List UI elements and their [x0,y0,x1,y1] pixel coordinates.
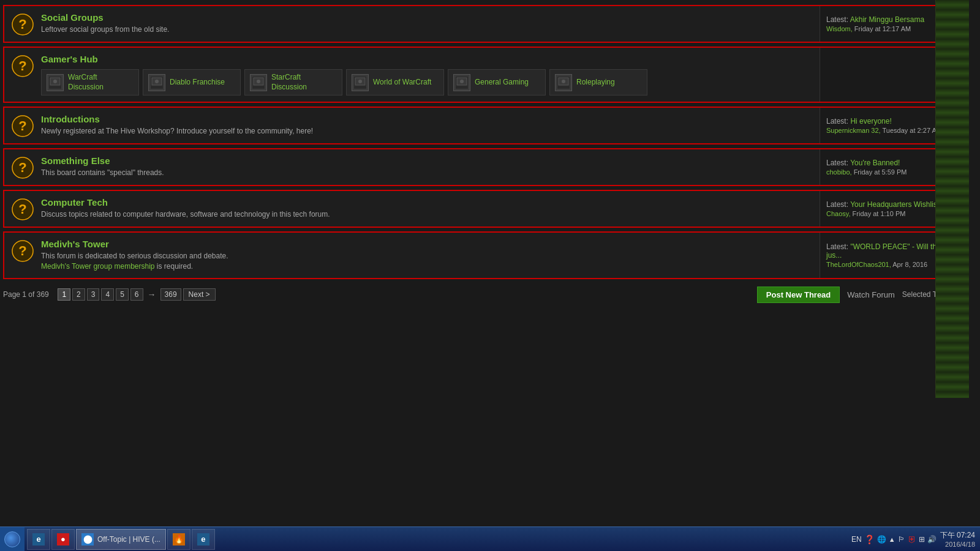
lang-indicator: EN [851,535,862,544]
latest-user-link[interactable]: TheLordOfChaos201, [826,261,891,268]
taskbar-app-0[interactable]: e [27,529,50,550]
page-ellipsis: → [145,290,159,299]
antivirus-icon: ⛨ [908,534,916,544]
app-icon-0: e [32,533,45,545]
taskbar-app-1[interactable]: ● [51,529,75,550]
forum-section-something-else: ? Something Else This board contains "sp… [3,148,968,186]
forum-title-medivhs-tower[interactable]: Medivh's Tower [41,239,812,249]
latest-thread-link[interactable]: Akhir Minggu Bersama [850,15,924,24]
subforum-item[interactable]: Diablo Franchise [143,69,241,96]
page-numbers: 123456→369Next > [58,288,215,301]
svg-text:?: ? [18,118,26,133]
forum-section-gamers-hub: ? Gamer's Hub WarCraft Discussion [3,47,968,103]
svg-point-21 [562,80,565,83]
forum-desc: This forum is dedicated to serious discu… [41,251,812,272]
app-icon-4: e [197,533,209,545]
subforum-thumb [453,74,470,91]
latest-thread-link[interactable]: You're Banned! [850,159,900,167]
page-number-1[interactable]: 1 [58,288,70,301]
watch-forum-link[interactable]: Watch Forum [847,290,895,299]
subforum-item[interactable]: World of WarCraft [346,69,444,96]
forum-list: ? Social Groups Leftover social groups f… [3,5,968,279]
subforum-name: Diablo Franchise [170,78,225,88]
forum-question-icon: ? [12,240,34,262]
start-orb [4,531,20,547]
subforum-item[interactable]: StarCraft Discussion [244,69,342,96]
forum-question-icon: ? [12,198,34,220]
page-number-3[interactable]: 3 [87,288,100,301]
forum-section-left: ? Computer Tech Discuss topics related t… [4,191,820,227]
next-button[interactable]: Next > [183,288,216,301]
clock-time: 下午 07:24 [940,530,975,541]
svg-point-15 [358,80,362,83]
taskbar-app-2[interactable]: ⬤Off-Topic | HIVE (... [76,529,166,550]
pagination-left: Page 1 of 369 123456→369Next > [3,288,216,301]
latest-thread-link[interactable]: Hi everyone! [850,117,891,126]
svg-text:?: ? [18,160,26,175]
clock-date: 2016/4/18 [940,541,975,548]
right-decoration [935,0,969,398]
subforum-thumb [352,74,369,91]
forum-title-computer-tech[interactable]: Computer Tech [41,197,812,208]
subforum-item[interactable]: WarCraft Discussion [41,69,139,96]
svg-text:?: ? [18,58,26,73]
forum-question-icon: ? [12,115,34,137]
subforum-name: General Gaming [475,78,529,88]
app-label-2: Off-Topic | HIVE (... [97,535,160,544]
app-icon-1: ● [57,533,69,545]
subforum-thumb [250,74,267,91]
page-last[interactable]: 369 [160,288,181,301]
system-icons: EN ❓ 🌐 ▲ 🏳 ⛨ ⊞ 🔊 [851,534,937,544]
subforum-name: WarCraft Discussion [68,73,134,92]
forum-desc: Discuss topics related to computer hardw… [41,209,812,220]
svg-point-6 [53,80,57,83]
start-button[interactable] [0,527,24,552]
forum-title-gamers-hub[interactable]: Gamer's Hub [41,54,812,64]
forum-title-social-groups[interactable]: Social Groups [41,12,812,23]
forum-info: Gamer's Hub WarCraft Discussion Diablo F… [41,54,812,96]
system-clock[interactable]: 下午 07:24 2016/4/18 [940,530,975,548]
latest-user-link[interactable]: Supernickman 32, [826,127,881,134]
volume-icon: 🔊 [927,535,937,544]
forum-title-introductions[interactable]: Introductions [41,114,812,124]
subforum-name: StarCraft Discussion [271,73,337,92]
forum-info: Medivh's Tower This forum is dedicated t… [41,239,812,272]
forum-section-left: ? Social Groups Leftover social groups f… [4,6,820,42]
svg-text:?: ? [18,201,26,217]
medivhs-tower-link[interactable]: Medivh's Tower group membership [41,262,154,271]
svg-text:?: ? [18,17,26,32]
latest-user-link[interactable]: chobibo, [826,168,852,176]
latest-user-link[interactable]: Chaosy, [826,210,851,217]
page-number-4[interactable]: 4 [101,288,114,301]
subforum-thumb [555,74,572,91]
network-icon: 🌐 [877,535,886,544]
taskbar-right: EN ❓ 🌐 ▲ 🏳 ⛨ ⊞ 🔊 下午 07:24 2016/4/18 [846,530,980,548]
up-arrow-icon: ▲ [889,536,895,543]
main-content: ? Social Groups Leftover social groups f… [3,0,968,310]
latest-thread-link[interactable]: Your Headquarters Wishlist [850,200,939,209]
svg-point-18 [460,80,464,83]
taskbar-app-4[interactable]: e [192,529,215,550]
app-icon-3: 🔥 [173,533,185,545]
latest-user-link[interactable]: Wisdom, [826,25,853,32]
forum-section-left: ? Introductions Newly registered at The … [4,108,820,143]
page-number-6[interactable]: 6 [130,288,143,301]
windows-icon: ⊞ [919,535,925,544]
post-new-thread-button[interactable]: Post New Thread [757,287,840,303]
forum-title-something-else[interactable]: Something Else [41,156,812,166]
subforum-item[interactable]: Roleplaying [549,69,647,96]
forum-question-icon: ? [12,13,34,36]
flag-icon: 🏳 [898,535,905,544]
subforums-grid: WarCraft Discussion Diablo Franchise Sta… [41,69,812,96]
forum-section-introductions: ? Introductions Newly registered at The … [3,107,968,144]
subforum-name: Roleplaying [576,78,615,88]
page-number-5[interactable]: 5 [116,288,129,301]
page-number-2[interactable]: 2 [72,288,85,301]
subforum-item[interactable]: General Gaming [448,69,546,96]
taskbar: e●⬤Off-Topic | HIVE (...🔥e EN ❓ 🌐 ▲ 🏳 ⛨ … [0,527,980,551]
taskbar-app-3[interactable]: 🔥 [167,529,190,550]
help-icon: ❓ [864,534,875,544]
svg-point-9 [155,80,159,83]
page-info: Page 1 of 369 [3,290,49,299]
forum-info: Social Groups Leftover social groups fro… [41,12,812,35]
